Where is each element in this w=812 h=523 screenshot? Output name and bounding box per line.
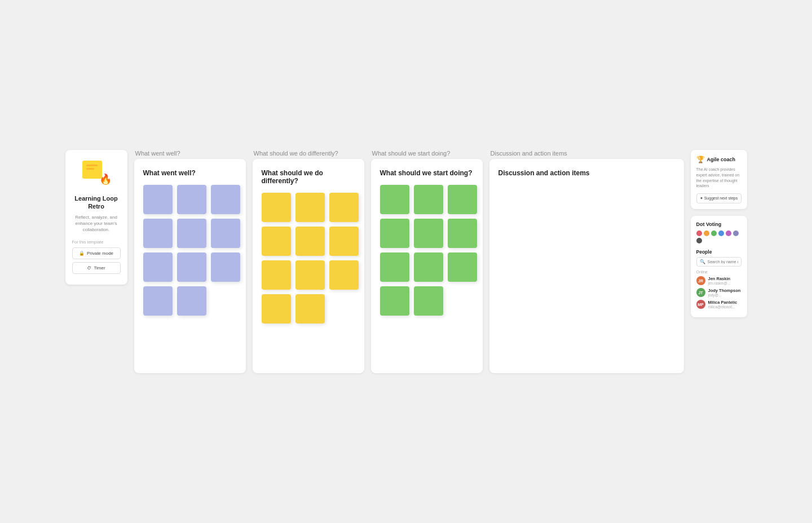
lock-icon: 🔒	[79, 251, 85, 256]
coach-description: The AI coach provides expert advice, tra…	[696, 167, 742, 189]
sticky-note[interactable]	[380, 286, 409, 316]
dot-dark[interactable]	[696, 238, 702, 243]
search-icon: 🔍	[700, 259, 705, 264]
column-label-went-well: What went well?	[134, 150, 246, 157]
dot-voting-dots	[696, 231, 742, 243]
board-column-title-start: What should we start doing?	[380, 169, 474, 177]
board-column-title-went-well: What went well?	[143, 169, 237, 177]
sticky-note[interactable]	[143, 185, 173, 214]
main-container: 🔥 Learning Loop Retro Reflect, analyze, …	[48, 127, 764, 396]
suggest-next-steps-button[interactable]: ✦ Suggest next steps	[696, 193, 742, 203]
private-mode-button[interactable]: 🔒 Private mode	[72, 247, 121, 259]
sticky-note[interactable]	[329, 227, 359, 256]
dot-lavender[interactable]	[733, 231, 739, 236]
column-label-start: What should we start doing?	[371, 150, 483, 157]
info-card-illustration: 🔥	[80, 158, 113, 189]
sticky-note[interactable]	[414, 286, 443, 316]
dot-red[interactable]	[696, 231, 702, 236]
dot-purple[interactable]	[726, 231, 731, 236]
sticky-note[interactable]	[177, 185, 206, 214]
sticky-note[interactable]	[414, 219, 443, 248]
sticky-note[interactable]	[262, 193, 291, 222]
avatar-jen: JR	[696, 276, 705, 285]
dot-voting-panel: Dot Voting People 🔍 Online JR	[691, 216, 747, 317]
svg-text:🔥: 🔥	[99, 173, 112, 185]
people-search-input[interactable]	[708, 260, 738, 264]
sticky-note[interactable]	[262, 227, 291, 256]
sticky-note[interactable]	[448, 252, 477, 282]
person-row-jody: JT Jody Thompson jody@...	[696, 288, 742, 297]
dot-green[interactable]	[711, 231, 717, 236]
column-wrapper-went-well: What went well? What went well?	[134, 150, 246, 373]
info-card-desc: Reflect, analyze, and enhance your team'…	[72, 214, 121, 233]
column-label-differently: What should we do differently?	[253, 150, 364, 157]
column-label-discussion: Discussion and action items	[489, 150, 684, 157]
sticky-note[interactable]	[295, 260, 325, 290]
board-column-discussion: Discussion and action items	[489, 159, 684, 373]
avatar-milica: MP	[696, 300, 705, 309]
board-column-differently: What should we do differently?	[253, 159, 364, 373]
column-wrapper-start: What should we start doing? What should …	[371, 150, 483, 373]
sticky-note[interactable]	[295, 294, 325, 323]
sticky-note[interactable]	[143, 286, 173, 316]
right-panels: 🏆 Agile coach The AI coach provides expe…	[691, 150, 747, 317]
coach-icon: 🏆	[696, 156, 705, 163]
person-email-jody: jody@...	[708, 293, 741, 297]
coach-title: Agile coach	[707, 157, 736, 162]
sticky-note[interactable]	[143, 252, 173, 282]
people-label: People	[696, 249, 742, 255]
svg-rect-1	[86, 165, 98, 166]
sticky-note[interactable]	[177, 219, 206, 248]
svg-rect-2	[86, 168, 94, 170]
board-column-title-discussion: Discussion and action items	[498, 169, 675, 177]
sticky-note[interactable]	[414, 185, 443, 214]
sticky-note[interactable]	[262, 294, 291, 323]
sticky-note[interactable]	[448, 219, 477, 248]
online-label: Online	[696, 270, 742, 274]
info-card: 🔥 Learning Loop Retro Reflect, analyze, …	[65, 150, 127, 285]
person-name-milica: Milica Pantelic	[708, 300, 738, 305]
sticky-note[interactable]	[143, 219, 173, 248]
sticky-note[interactable]	[262, 260, 291, 290]
columns-area: What went well? What went well?	[134, 150, 684, 373]
sticky-note[interactable]	[380, 252, 409, 282]
avatar-jody: JT	[696, 288, 705, 297]
sticky-note[interactable]	[380, 219, 409, 248]
sticky-note[interactable]	[211, 252, 240, 282]
dot-orange[interactable]	[704, 231, 709, 236]
coach-header: 🏆 Agile coach	[696, 156, 742, 163]
dot-blue[interactable]	[718, 231, 724, 236]
person-row-jen: JR Jen Raskin jen.raskin@...	[696, 276, 742, 285]
timer-button[interactable]: ⏱ Timer	[72, 262, 121, 274]
sticky-notes-differently	[262, 193, 355, 323]
info-card-section-label: For this template	[72, 240, 121, 245]
person-row-milica: MP Milica Pantelic milica@monoil...	[696, 300, 742, 309]
board-column-start: What should we start doing?	[371, 159, 483, 373]
board-column-went-well: What went well?	[134, 159, 246, 373]
coach-card: 🏆 Agile coach The AI coach provides expe…	[691, 150, 747, 209]
timer-icon: ⏱	[87, 265, 91, 271]
sticky-note[interactable]	[211, 219, 240, 248]
board-column-title-differently: What should we do differently?	[262, 169, 355, 185]
sticky-notes-went-well	[143, 185, 237, 316]
person-email-milica: milica@monoil...	[708, 305, 738, 309]
person-name-jody: Jody Thompson	[708, 288, 741, 293]
column-wrapper-differently: What should we do differently? What shou…	[253, 150, 364, 373]
sticky-note[interactable]	[380, 185, 409, 214]
sticky-note[interactable]	[177, 286, 206, 316]
person-name-jen: Jen Raskin	[708, 276, 731, 281]
sticky-note[interactable]	[448, 185, 477, 214]
sticky-note[interactable]	[295, 193, 325, 222]
dot-voting-title: Dot Voting	[696, 221, 742, 227]
sticky-note[interactable]	[211, 185, 240, 214]
sticky-notes-start	[380, 185, 474, 316]
sticky-note[interactable]	[329, 193, 359, 222]
sticky-note[interactable]	[177, 252, 206, 282]
column-wrapper-discussion: Discussion and action items Discussion a…	[489, 150, 684, 373]
sticky-note[interactable]	[329, 260, 359, 290]
people-search-box[interactable]: 🔍	[696, 257, 742, 267]
sticky-note[interactable]	[414, 252, 443, 282]
person-email-jen: jen.raskin@...	[708, 281, 731, 285]
sticky-note[interactable]	[295, 227, 325, 256]
people-section: People 🔍 Online JR Jen Raskin jen.raskin…	[696, 249, 742, 309]
